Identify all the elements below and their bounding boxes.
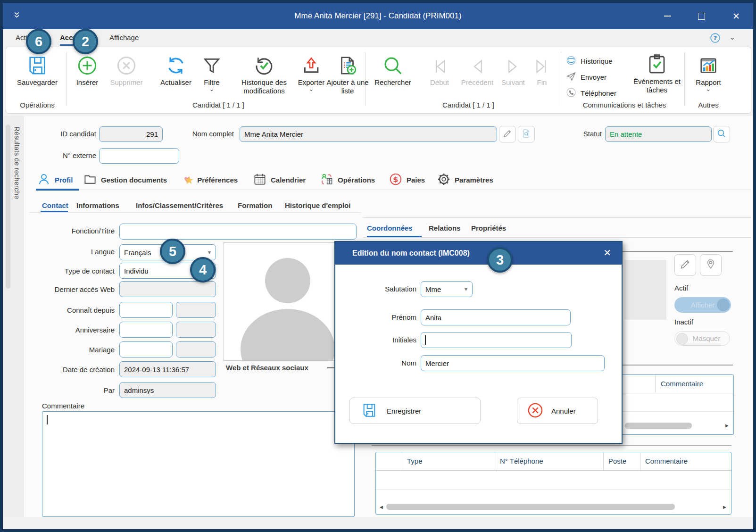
- filter-button[interactable]: Filtre ⌄: [197, 52, 226, 91]
- preview-name-button[interactable]: [518, 126, 535, 142]
- anniversaire-field[interactable]: [119, 322, 173, 338]
- photo-placeholder[interactable]: [224, 242, 352, 361]
- table-line: [655, 375, 656, 393]
- scroll-right-icon[interactable]: ►: [724, 423, 730, 428]
- table-line: [376, 470, 731, 471]
- scroll-left-icon[interactable]: ◄: [379, 504, 384, 510]
- subtab-historique-emploi[interactable]: Historique d'emploi: [285, 201, 350, 209]
- phone-number-header: N° Téléphone: [500, 457, 543, 465]
- initiales-label: Initiales: [346, 336, 416, 344]
- statut-search-button[interactable]: [713, 126, 730, 142]
- enregistrer-button[interactable]: Enregistrer: [349, 398, 481, 424]
- telephoner-button[interactable]: Téléphoner: [565, 87, 616, 100]
- insert-button[interactable]: Insérer: [70, 52, 104, 87]
- group-autres: Autres: [688, 101, 729, 109]
- tab-calendrier[interactable]: Calendrier: [253, 172, 306, 188]
- fonction-field[interactable]: [119, 224, 357, 240]
- chevron-down-icon: ▾: [208, 249, 211, 256]
- sidebar-handle[interactable]: [6, 125, 10, 289]
- tab-profil[interactable]: Profil: [37, 172, 73, 188]
- edit-name-button[interactable]: [499, 126, 516, 142]
- phone-table-scrollbar[interactable]: [386, 504, 675, 510]
- nav-next-button[interactable]: Suivant: [497, 52, 530, 87]
- pencil-icon: [679, 258, 691, 272]
- refresh-icon: [165, 52, 187, 76]
- nav-first-button[interactable]: Début: [423, 52, 456, 87]
- status-strip: [3, 517, 753, 529]
- dialog-close-icon[interactable]: ✕: [603, 247, 611, 258]
- afficher-toggle[interactable]: Afficher: [674, 297, 731, 313]
- toggle-knob: [676, 333, 688, 345]
- report-button[interactable]: Rapport ⌄: [688, 52, 729, 91]
- nom-field[interactable]: Mercier: [421, 355, 605, 371]
- tab-preferences[interactable]: ♥★ Préférences: [184, 172, 238, 188]
- save-icon: [26, 52, 48, 76]
- search-button[interactable]: Rechercher: [368, 52, 417, 87]
- chevron-down-icon: ▾: [465, 286, 467, 292]
- edit-address-button[interactable]: [674, 254, 696, 276]
- tab-parametres[interactable]: Paramètres: [437, 172, 493, 188]
- initiales-field[interactable]: [421, 332, 572, 348]
- email-table-scrollbar[interactable]: [625, 423, 692, 429]
- save-button[interactable]: Sauvegarder: [11, 52, 63, 87]
- envoyer-label: Envoyer: [581, 73, 606, 81]
- callout-badge-6: 6: [26, 29, 51, 54]
- right-tabs-baseline: [363, 237, 751, 238]
- annuler-button[interactable]: Annuler: [517, 398, 598, 424]
- afficher-label: Afficher: [691, 301, 715, 309]
- anniversaire-label: Anniversaire: [34, 326, 115, 334]
- connait-depuis-field[interactable]: [119, 302, 173, 318]
- date-creation-field: 2024-09-13 11:36:57: [119, 361, 216, 377]
- statut-label: Statut: [564, 130, 602, 138]
- help-icon[interactable]: ?: [709, 32, 721, 46]
- masquer-label: Masquer: [693, 334, 720, 342]
- phone-table[interactable]: Type N° Téléphone Poste Commentaire ◄ ►: [375, 452, 731, 515]
- historique-button[interactable]: Historique: [565, 55, 613, 67]
- maximize-button[interactable]: [691, 3, 712, 29]
- ribbon: Sauvegarder Opérations Insérer Supprimer…: [6, 47, 751, 114]
- close-button[interactable]: ✕: [726, 3, 747, 29]
- tab-paies[interactable]: $ Paies: [389, 172, 425, 188]
- externe-field[interactable]: [99, 148, 179, 164]
- salutation-label: Salutation: [346, 285, 416, 293]
- masquer-toggle[interactable]: Masquer: [674, 331, 730, 346]
- subtab-infos-classement[interactable]: Infos/Classement/Critères: [136, 201, 223, 209]
- export-button[interactable]: Exporter ⌄: [293, 52, 330, 91]
- divider: [561, 52, 561, 106]
- nom-complet-label: Nom complet: [181, 130, 234, 138]
- divider: [66, 52, 67, 106]
- nav-last-button[interactable]: Fin: [529, 52, 555, 87]
- people-grid-icon: [320, 172, 334, 188]
- subtab-informations[interactable]: Informations: [76, 201, 119, 209]
- table-line: [402, 452, 402, 470]
- tab-operations[interactable]: Opérations: [320, 172, 375, 188]
- ribbon-collapse-icon[interactable]: ⌄: [729, 35, 735, 40]
- subtab-formation[interactable]: Formation: [238, 201, 272, 209]
- refresh-button[interactable]: Actualiser: [153, 52, 199, 87]
- gear-icon: [437, 172, 451, 188]
- actif-label: Actif: [674, 284, 688, 292]
- tab-coordonnees[interactable]: Coordonnées: [367, 224, 413, 232]
- tab-gestion-documents[interactable]: Gestion documents: [83, 172, 167, 188]
- type-contact-label: Type de contact: [34, 267, 115, 275]
- table-line: [376, 489, 731, 490]
- delete-button[interactable]: Supprimer: [104, 52, 149, 87]
- salutation-dropdown[interactable]: Mme ▾: [421, 281, 473, 297]
- add-to-list-button[interactable]: Ajouter à une liste: [325, 52, 370, 95]
- prenom-field[interactable]: Anita: [421, 309, 571, 325]
- envoyer-button[interactable]: Envoyer: [565, 71, 606, 83]
- scroll-right-icon[interactable]: ►: [722, 504, 727, 510]
- history-mods-button[interactable]: Historique des modifications: [226, 52, 302, 95]
- minimize-button[interactable]: [657, 3, 678, 29]
- tab-proprietes[interactable]: Propriétés: [471, 224, 506, 232]
- search-results-sidebar[interactable]: Résultats de recherche: [3, 116, 24, 529]
- subtab-contact[interactable]: Contact: [42, 201, 68, 209]
- commentaire-textarea[interactable]: [42, 411, 355, 517]
- nav-prev-button[interactable]: Précédent: [457, 52, 498, 87]
- menu-affichage[interactable]: Affichage: [109, 33, 139, 42]
- group-rule-telephones: [372, 445, 731, 446]
- mariage-field[interactable]: [119, 341, 173, 357]
- tab-relations[interactable]: Relations: [429, 224, 461, 232]
- events-button[interactable]: Événements et tâches: [630, 51, 684, 94]
- map-button[interactable]: [700, 254, 722, 276]
